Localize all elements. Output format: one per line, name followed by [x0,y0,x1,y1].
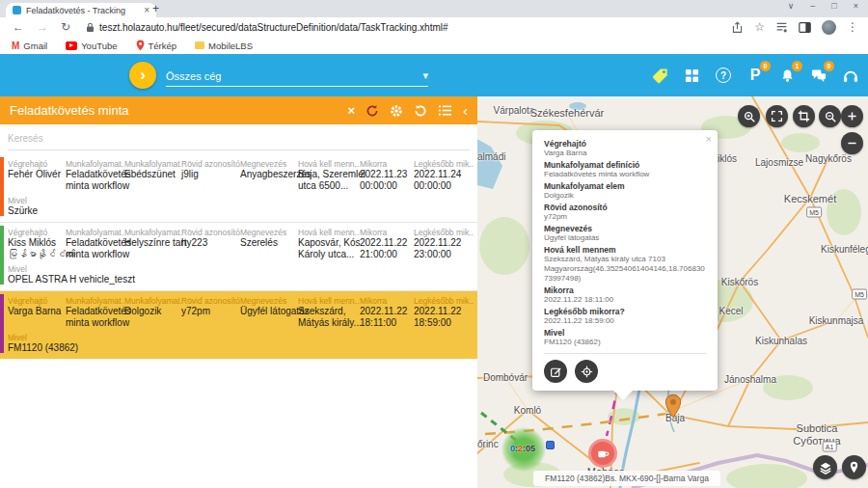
popup-divider [544,353,706,354]
road-badge-m5: M5 [806,207,822,218]
popup-field-label: Hová kell mennem [544,245,706,255]
forward-icon: → [37,21,48,33]
edit-task-button[interactable] [544,360,567,383]
mivel-label: Mivel [8,196,474,205]
headset-icon[interactable] [841,66,860,85]
col-label: Munkafolyamat... [124,159,181,169]
back-icon[interactable]: ← [13,21,24,33]
layers-button[interactable] [813,455,837,479]
cell-value: Feladatkövetés minta workflow [66,237,124,260]
zoom-out-button[interactable] [841,132,863,154]
city-label: Dombóvár [483,372,528,383]
search-input[interactable]: Keresés [8,133,470,150]
zoom-box-out-button[interactable] [819,105,841,127]
address-bar[interactable]: teszt.holazauto.hu/fleet/secured/dataStr… [86,22,731,33]
reload-icon[interactable]: ↻ [61,21,70,33]
auto-refresh-icon[interactable] [366,104,379,118]
expand-panel-fab[interactable]: › [129,62,156,89]
list-view-icon[interactable] [438,104,452,117]
zoom-box-in-button[interactable] [738,105,760,127]
popup-field-value: 2022.11.22 18:59:00 [544,316,706,326]
share-icon[interactable] [731,21,744,34]
popup-field-label: Megnevezés [544,224,706,233]
task-panel: Feladatkövetés minta × ‹ Keresés [0,96,477,488]
work-cup-icon [596,447,610,461]
panel-title: Feladatkövetés minta [10,103,347,118]
bookmark-youtube[interactable]: YouTube [66,41,117,51]
cell-value: 2022.11.23 00:00:00 [360,169,414,192]
cell-value: Kiss Miklós မြန်မာနိုင်ငံတော် [8,237,66,260]
popup-field-value: Feladatkövetés minta workflow [544,170,706,179]
city-label: almádi [477,151,505,162]
chrome-menu-icon[interactable]: ⋮ [847,21,858,33]
tab-search-icon[interactable]: ∨ [788,1,795,11]
road-badge-a1: A1 [823,442,837,452]
url-text[interactable]: teszt.holazauto.hu/fleet/secured/dataStr… [99,22,448,33]
table-row[interactable]: VégrehajtóMunkafolyamat...Munkafolyamat.… [0,223,477,291]
collapse-panel-icon[interactable]: ‹ [463,103,468,118]
city-label: Székesfehérvár [530,107,604,119]
col-label: Legkésőbb mik... [414,296,474,306]
table-row-selected[interactable]: VégrehajtóMunkafolyamat...Munkafolyamat.… [0,291,477,359]
col-label: Rövid azonosító [181,159,240,169]
parking-icon[interactable]: P 0 [746,66,765,85]
window-minimize-button[interactable]: – [810,1,815,11]
map-canvas[interactable]: Várpalota Székesfehérvár almádi iklós La… [477,96,868,488]
zoom-in-button[interactable] [841,105,863,127]
mivel-value: Szürke [8,205,474,216]
help-icon[interactable]: ? [714,66,733,85]
reload-list-icon[interactable] [414,104,427,118]
company-select[interactable]: Összes cég ▾ [166,66,428,87]
new-tab-button[interactable]: + [152,2,159,15]
col-label: Végrehajtó [8,228,66,237]
popup-field-value: y72pm [544,212,706,222]
fit-extent-button[interactable] [766,105,788,127]
profile-avatar[interactable] [822,20,836,35]
popup-field-label: Mivel [544,328,706,338]
tag-icon[interactable] [650,66,669,85]
side-panel-icon[interactable] [799,21,811,34]
apps-grid-icon[interactable] [682,66,701,85]
cell-value: Baja, Szeremlei utca 6500... [298,169,360,192]
col-label: Rövid azonosító [181,296,240,306]
notifications-bell-icon[interactable]: 1 [777,66,797,85]
bookmark-mobilelbs[interactable]: MobileLBS [195,41,253,51]
col-label: Munkafolyamat... [66,228,124,237]
task-marker-red[interactable] [588,439,617,468]
destination-pin-baja[interactable] [665,393,682,422]
col-label: Végrehajtó [8,159,66,169]
panel-close-icon[interactable]: × [347,104,355,117]
bookmark-star-icon[interactable]: ☆ [754,21,765,33]
col-label: Hová kell menn... [298,159,360,169]
messages-icon[interactable]: 0 [809,66,828,85]
my-location-button[interactable] [842,455,866,479]
bookmark-gmail[interactable]: MGmail [12,41,47,51]
mivel-value: FM1120 (43862) [8,342,474,353]
col-label: Megnevezés [240,296,298,306]
popup-field-label: Munkafolyamat definíció [544,160,706,170]
crop-select-button[interactable] [793,105,815,127]
messages-badge: 0 [824,61,834,71]
browser-tab-strip: Feladatkövetés - Tracking × + ∨ – □ × [0,0,868,17]
city-label: Subotica [797,422,838,434]
popup-field-label: Munkafolyamat elem [544,181,706,191]
reading-list-icon[interactable] [775,21,788,34]
bookmark-terkep[interactable]: Térkép [136,40,177,51]
gmail-icon: M [12,41,19,51]
table-row[interactable]: VégrehajtóMunkafolyamat...Munkafolyamat.… [0,154,477,223]
settings-gear-icon[interactable] [390,104,403,118]
edit-icon [550,366,562,378]
col-label: Megnevezés [240,159,298,169]
locate-task-button[interactable] [575,360,598,383]
cell-value: j9lig [181,169,240,192]
city-label: Kiskunhalas [755,336,807,346]
window-close-button[interactable]: × [854,1,858,11]
mivel-label: Mivel [8,333,474,342]
popup-close-icon[interactable]: × [706,133,712,145]
city-label: Jánoshalma [724,374,776,385]
browser-tab[interactable]: Feladatkövetés - Tracking × [6,3,156,17]
window-maximize-button[interactable]: □ [831,1,836,11]
popup-field-value: Dolgozik [544,191,706,201]
tab-close-icon[interactable]: × [144,6,149,15]
app-window: Feladatkövetés - Tracking × + ∨ – □ × ← … [0,0,868,488]
